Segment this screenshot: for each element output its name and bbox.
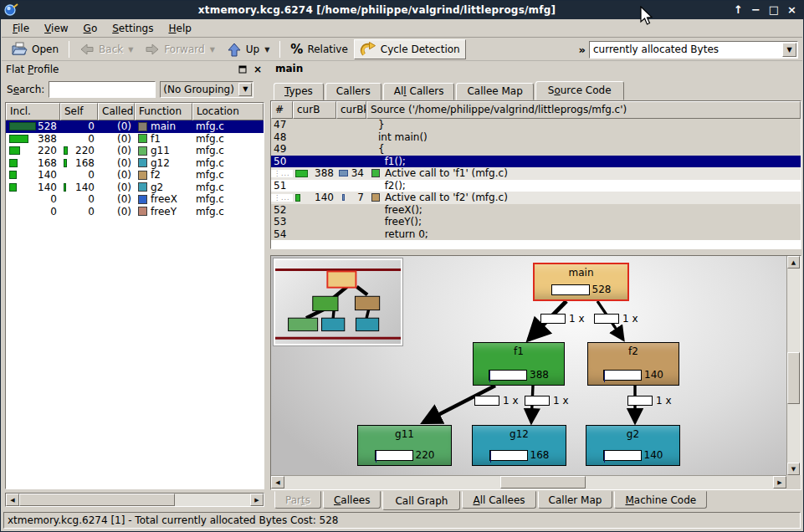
tab-types[interactable]: Types bbox=[274, 83, 324, 100]
relative-toggle-button[interactable]: % Relative bbox=[284, 39, 353, 59]
event-type-select[interactable]: currently allocated Bytes ▼ bbox=[589, 41, 798, 59]
column-header-incl[interactable]: Incl. bbox=[6, 103, 60, 120]
grouping-dropdown-icon[interactable]: ▼ bbox=[238, 83, 252, 96]
tab-source-code[interactable]: Source Code bbox=[535, 81, 624, 100]
column-header-curbk[interactable]: curBk bbox=[336, 101, 366, 119]
column-header-called[interactable]: Called bbox=[98, 103, 135, 120]
scroll-right-icon[interactable]: ▶ bbox=[773, 476, 786, 489]
tab-all-callers[interactable]: All Callers bbox=[383, 83, 455, 100]
graph-node-g12[interactable]: g12 168 bbox=[472, 425, 566, 466]
grouping-select[interactable]: (No Grouping) ▼ bbox=[160, 81, 253, 98]
page-title: main bbox=[270, 61, 801, 78]
menu-view[interactable]: View bbox=[37, 21, 75, 36]
graph-horizontal-scrollbar[interactable]: ◀ ▶ bbox=[271, 475, 786, 489]
dock-close-button[interactable]: × bbox=[252, 64, 264, 75]
table-row-g2[interactable]: 140 140 (0) g2 mfg.c bbox=[6, 182, 264, 194]
column-header-location[interactable]: Location bbox=[192, 103, 264, 120]
graph-node-f1[interactable]: f1 388 bbox=[473, 342, 565, 386]
cycle-detection-icon bbox=[360, 42, 376, 57]
scroll-right-icon[interactable]: ▶ bbox=[250, 494, 264, 506]
graph-node-f2[interactable]: f2 140 bbox=[587, 342, 679, 386]
scroll-up-icon[interactable]: ▲ bbox=[787, 256, 800, 269]
shade-button[interactable]: ↑ bbox=[734, 3, 743, 18]
tab-callees[interactable]: Callees bbox=[323, 491, 381, 509]
graph-vertical-scrollbar[interactable]: ▲ ▼ bbox=[786, 256, 801, 475]
source-row[interactable]: 52 freeX(); bbox=[271, 204, 801, 217]
forward-button[interactable]: Forward ▼ bbox=[139, 39, 220, 59]
up-dropdown-icon[interactable]: ▼ bbox=[264, 46, 269, 54]
table-row-main[interactable]: 528 0 (0) main mfg.c bbox=[6, 120, 264, 133]
source-row[interactable]: 51 f2(); bbox=[271, 180, 801, 192]
column-header-function[interactable]: Function bbox=[135, 103, 192, 120]
forward-dropdown-icon[interactable]: ▼ bbox=[210, 46, 215, 54]
source-row[interactable]: 49 { bbox=[271, 143, 801, 156]
graph-node-g11[interactable]: g11 220 bbox=[357, 425, 452, 466]
tab-parts[interactable]: Parts bbox=[274, 491, 321, 509]
source-view: # curB curBk Source ('/home/philippe/val… bbox=[270, 100, 801, 249]
tab-callee-map[interactable]: Callee Map bbox=[456, 83, 533, 100]
tab-callers[interactable]: Callers bbox=[325, 83, 382, 100]
maximize-button[interactable]: □ bbox=[769, 3, 779, 18]
flat-profile-horizontal-scrollbar[interactable]: ◀ ▶ bbox=[5, 493, 264, 507]
minimize-button[interactable]: − bbox=[751, 3, 760, 18]
cycle-detection-toggle-button[interactable]: Cycle Detection bbox=[354, 39, 466, 59]
source-row-selected[interactable]: 50 f1(); bbox=[271, 156, 801, 168]
table-row-freeY[interactable]: 0 0 (0) freeY mfg.c bbox=[6, 206, 264, 218]
function-color-icon bbox=[138, 195, 147, 204]
source-call-row[interactable]: ⋮... 388 34 Active call to 'f1' (mfg.c) bbox=[271, 167, 801, 180]
column-header-line[interactable]: # bbox=[271, 101, 293, 119]
scrollbar-thumb[interactable] bbox=[787, 352, 800, 404]
back-button[interactable]: Back ▼ bbox=[74, 39, 139, 59]
menu-settings[interactable]: Settings bbox=[105, 21, 161, 36]
open-button[interactable]: Open bbox=[5, 39, 64, 59]
source-row[interactable]: 48 int main() bbox=[271, 131, 801, 144]
call-graph-view[interactable]: main 528 f1 388 f2 140 g11 220 g12 168 g… bbox=[270, 255, 801, 490]
scroll-left-icon[interactable]: ◀ bbox=[6, 494, 19, 506]
event-type-value: currently allocated Bytes bbox=[590, 43, 782, 55]
function-color-icon bbox=[138, 122, 147, 131]
table-row-g11[interactable]: 220 220 (0) g11 mfg.c bbox=[6, 145, 264, 157]
detail-pane: main Types Callers All Callers Callee Ma… bbox=[270, 61, 801, 511]
menu-file[interactable]: File bbox=[5, 21, 37, 36]
tree-expander-icon[interactable]: ⋮... bbox=[271, 194, 293, 202]
source-call-row[interactable]: ⋮... 140 7 Active call to 'f2' (mfg.c) bbox=[271, 192, 801, 204]
toolbar-overflow-chevron[interactable]: » bbox=[579, 43, 586, 56]
scrollbar-thumb[interactable] bbox=[500, 476, 586, 489]
edge-label-main-f1: 1 x bbox=[540, 313, 585, 325]
menu-bar: File View Go Settings Help bbox=[2, 19, 802, 38]
source-row[interactable]: 53 freeY(); bbox=[271, 216, 801, 228]
up-button[interactable]: Up ▼ bbox=[221, 39, 276, 59]
table-row-f2[interactable]: 140 0 (0) f2 mfg.c bbox=[6, 169, 264, 182]
back-dropdown-icon[interactable]: ▼ bbox=[128, 46, 133, 54]
title-bar: xtmemory.kcg.6274 [/home/philippe/valgri… bbox=[1, 1, 803, 19]
menu-help[interactable]: Help bbox=[161, 21, 198, 36]
column-header-self[interactable]: Self bbox=[60, 103, 98, 120]
tab-call-graph[interactable]: Call Graph bbox=[382, 491, 460, 510]
open-icon bbox=[11, 42, 28, 57]
menu-go[interactable]: Go bbox=[76, 21, 105, 36]
graph-node-g2[interactable]: g2 140 bbox=[586, 425, 680, 466]
tab-machine-code[interactable]: Machine Code bbox=[614, 491, 707, 509]
source-row[interactable]: 47 } bbox=[271, 119, 801, 131]
column-header-source[interactable]: Source ('/home/philippe/valgrind/littlep… bbox=[366, 101, 801, 119]
scroll-left-icon[interactable]: ◀ bbox=[271, 476, 284, 489]
dock-title-bar[interactable]: Flat Profile × bbox=[3, 61, 267, 78]
event-type-dropdown-icon[interactable]: ▼ bbox=[782, 43, 796, 57]
flat-profile-header: Incl. Self Called Function Location bbox=[6, 103, 264, 120]
source-row[interactable]: 54 return 0; bbox=[271, 228, 801, 241]
close-button[interactable]: × bbox=[787, 3, 796, 18]
mouse-cursor bbox=[639, 6, 653, 26]
column-header-curb[interactable]: curB bbox=[293, 101, 336, 119]
tree-expander-icon[interactable]: ⋮... bbox=[271, 170, 293, 177]
table-row-freeX[interactable]: 0 0 (0) freeX mfg.c bbox=[6, 193, 264, 206]
table-row-g12[interactable]: 168 168 (0) g12 mfg.c bbox=[6, 157, 264, 170]
search-input[interactable] bbox=[49, 81, 156, 98]
tab-caller-map[interactable]: Caller Map bbox=[538, 491, 613, 509]
edge-label-main-f2: 1 x bbox=[594, 313, 638, 325]
tab-all-callees[interactable]: All Callees bbox=[462, 491, 535, 509]
scroll-down-icon[interactable]: ▼ bbox=[787, 463, 800, 475]
scrollbar-thumb[interactable] bbox=[19, 494, 175, 506]
graph-node-main[interactable]: main 528 bbox=[533, 263, 629, 301]
dock-float-button[interactable] bbox=[237, 64, 248, 75]
table-row-f1[interactable]: 388 0 (0) f1 mfg.c bbox=[6, 133, 264, 146]
